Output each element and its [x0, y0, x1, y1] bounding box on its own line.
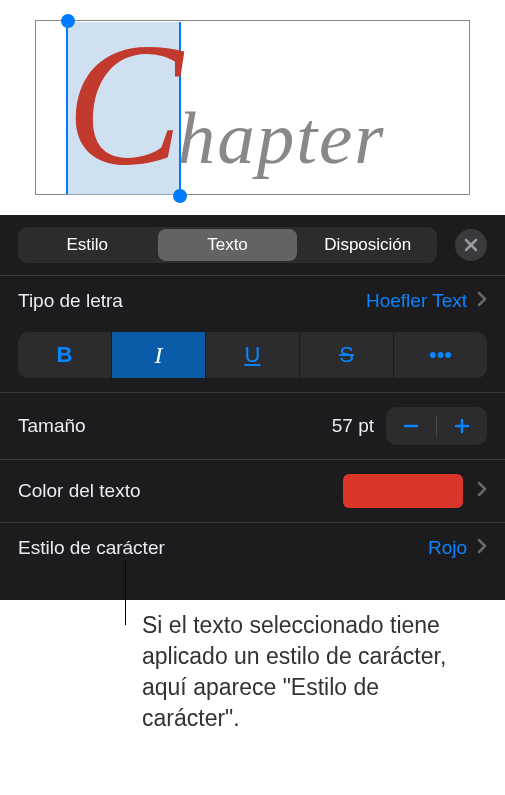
font-row[interactable]: Tipo de letra Hoefler Text — [0, 276, 505, 326]
text-color-value-group — [343, 474, 487, 508]
tab-style[interactable]: Estilo — [18, 229, 156, 261]
chevron-right-icon — [477, 290, 487, 312]
tab-layout[interactable]: Disposición — [299, 229, 437, 261]
size-stepper-group: 57 pt — [332, 407, 487, 445]
chevron-right-icon — [477, 480, 487, 502]
format-panel: Estilo Texto Disposición Tipo de letra H… — [0, 215, 505, 600]
drop-cap-letter: C — [66, 34, 183, 174]
font-value: Hoefler Text — [366, 290, 467, 312]
annotation-caption: Si el texto seleccionado tiene aplicado … — [142, 610, 482, 734]
font-label: Tipo de letra — [18, 290, 123, 312]
size-label: Tamaño — [18, 415, 86, 437]
character-style-value: Rojo — [428, 537, 467, 559]
chevron-right-icon — [477, 537, 487, 559]
underline-button[interactable]: U — [206, 332, 299, 378]
color-swatch[interactable] — [343, 474, 463, 508]
rest-of-word: hapter — [178, 95, 386, 181]
canvas-area: C hapter — [0, 0, 505, 215]
character-style-label: Estilo de carácter — [18, 537, 165, 559]
close-panel-button[interactable] — [455, 229, 487, 261]
more-styles-button[interactable]: ••• — [394, 332, 487, 378]
text-frame[interactable]: C hapter — [35, 20, 470, 195]
size-decrease-button[interactable] — [386, 407, 436, 445]
callout-line — [125, 560, 126, 625]
close-icon — [464, 238, 478, 252]
size-stepper — [386, 407, 487, 445]
segmented-control: Estilo Texto Disposición — [18, 227, 437, 263]
font-value-group: Hoefler Text — [366, 290, 487, 312]
tab-text[interactable]: Texto — [158, 229, 296, 261]
size-value: 57 pt — [332, 415, 374, 437]
character-style-row[interactable]: Estilo de carácter Rojo — [0, 523, 505, 573]
text-style-buttons: B I U S ••• — [0, 326, 505, 392]
bold-button[interactable]: B — [18, 332, 111, 378]
size-row: Tamaño 57 pt — [0, 393, 505, 459]
text-color-label: Color del texto — [18, 480, 141, 502]
minus-icon — [402, 417, 420, 435]
panel-tab-bar: Estilo Texto Disposición — [0, 215, 505, 275]
plus-icon — [453, 417, 471, 435]
text-color-row[interactable]: Color del texto — [0, 460, 505, 522]
strikethrough-button[interactable]: S — [300, 332, 393, 378]
size-increase-button[interactable] — [437, 407, 487, 445]
italic-button[interactable]: I — [112, 332, 205, 378]
character-style-value-group: Rojo — [428, 537, 487, 559]
sample-text[interactable]: C hapter — [66, 34, 386, 181]
